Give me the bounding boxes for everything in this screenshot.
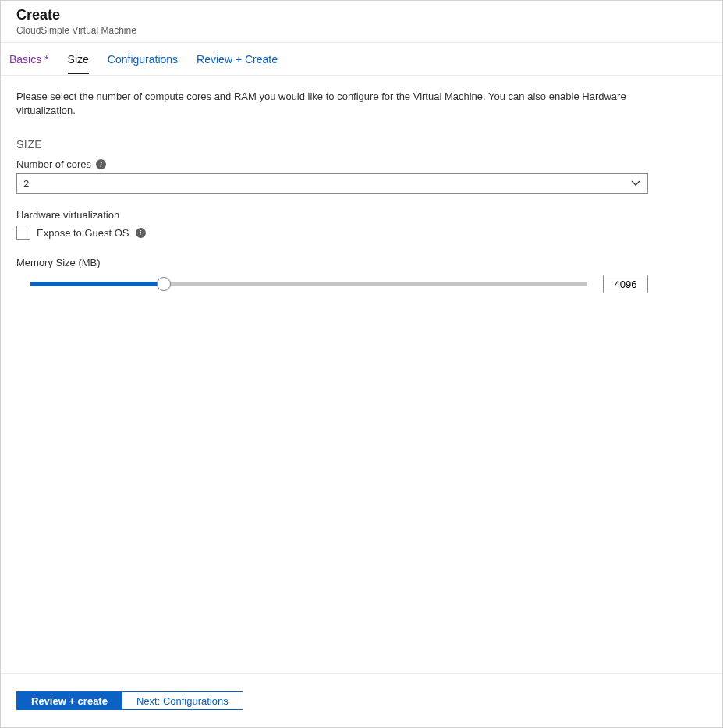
tab-configurations[interactable]: Configurations: [108, 45, 178, 73]
memory-slider[interactable]: [30, 282, 587, 286]
hardware-virtualization-label: Hardware virtualization: [16, 209, 707, 221]
memory-size-label: Memory Size (MB): [16, 257, 707, 268]
intro-text: Please select the number of compute core…: [16, 90, 640, 118]
next-configurations-button[interactable]: Next: Configurations: [122, 691, 243, 710]
memory-slider-fill: [30, 282, 164, 286]
tabs: Basics * Size Configurations Review + Cr…: [1, 43, 722, 76]
info-icon[interactable]: i: [96, 159, 106, 169]
section-title-size: SIZE: [16, 138, 707, 151]
cores-select[interactable]: 2: [16, 173, 648, 194]
page-subtitle: CloudSimple Virtual Machine: [16, 25, 707, 36]
cores-label: Number of cores: [16, 158, 91, 170]
expose-to-guest-row: Expose to Guest OS i: [16, 226, 707, 240]
tab-basics[interactable]: Basics *: [9, 45, 49, 73]
page-title: Create: [16, 7, 707, 23]
cores-label-row: Number of cores i: [16, 158, 707, 170]
footer: Review + create Next: Configurations: [1, 673, 722, 727]
header: Create CloudSimple Virtual Machine: [1, 1, 722, 43]
tab-review-create[interactable]: Review + Create: [197, 45, 278, 73]
cores-value: 2: [23, 178, 29, 190]
expose-to-guest-label: Expose to Guest OS: [37, 227, 129, 239]
info-icon[interactable]: i: [136, 228, 146, 238]
memory-slider-row: [16, 275, 648, 293]
memory-size-input[interactable]: [603, 275, 648, 293]
tab-size[interactable]: Size: [68, 45, 89, 73]
chevron-down-icon: [630, 178, 641, 189]
expose-to-guest-checkbox[interactable]: [16, 226, 30, 240]
content: Please select the number of compute core…: [1, 76, 722, 673]
memory-slider-thumb[interactable]: [157, 277, 171, 291]
review-create-button[interactable]: Review + create: [16, 691, 122, 710]
